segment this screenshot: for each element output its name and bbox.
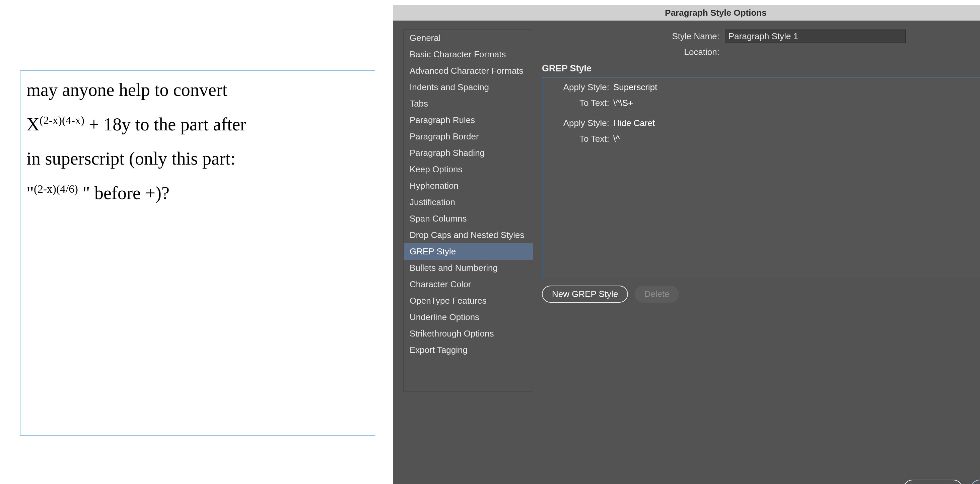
sidebar-item[interactable]: Advanced Character Formats — [404, 63, 533, 79]
sidebar-item[interactable]: Strikethrough Options — [404, 326, 533, 342]
sidebar-item[interactable]: General — [404, 30, 533, 46]
dialog-titlebar: Paragraph Style Options — [393, 5, 980, 21]
sidebar-item[interactable]: Tabs — [404, 96, 533, 112]
cancel-button[interactable]: Cancel — [903, 480, 963, 484]
location-row: Location: — [542, 47, 980, 58]
doc-line: X(2-x)(4-x) + 18y to the part after — [27, 107, 369, 142]
style-name-input[interactable] — [725, 29, 906, 43]
grep-rule[interactable]: Apply Style:Hide CaretTo Text:\^ — [542, 113, 980, 149]
to-text-value[interactable]: \^\S+ — [613, 98, 633, 108]
to-text-label: To Text: — [542, 98, 609, 108]
doc-line: in superscript (only this part: — [27, 141, 369, 176]
sidebar-item[interactable]: Paragraph Border — [404, 128, 533, 145]
ok-button[interactable]: OK — [970, 480, 980, 484]
doc-line: may anyone help to convert — [27, 73, 369, 107]
dialog-right-panel: Style Name: Location: GREP Style Apply S… — [533, 21, 980, 303]
apply-style-value[interactable]: Hide Caret — [613, 118, 655, 128]
delete-grep-style-button: Delete — [635, 286, 679, 303]
apply-style-label: Apply Style: — [542, 118, 609, 128]
style-name-label: Style Name: — [542, 31, 719, 42]
document-text-frame[interactable]: may anyone help to convert X(2-x)(4-x) +… — [20, 70, 375, 436]
sidebar-item[interactable]: Basic Character Formats — [404, 46, 533, 63]
new-grep-style-button[interactable]: New GREP Style — [542, 286, 628, 303]
doc-line: "(2-x)(4/6) " before +)? — [27, 176, 369, 211]
sidebar-item[interactable]: Hyphenation — [404, 178, 533, 194]
dialog-title: Paragraph Style Options — [665, 8, 766, 18]
grep-style-heading: GREP Style — [542, 63, 980, 74]
sidebar-item[interactable]: Span Columns — [404, 211, 533, 227]
paragraph-style-options-dialog: Paragraph Style Options GeneralBasic Cha… — [393, 5, 980, 484]
sidebar-item[interactable]: Underline Options — [404, 309, 533, 326]
grep-rule[interactable]: Apply Style:SuperscriptTo Text:\^\S+ — [542, 77, 980, 113]
sidebar-item[interactable]: GREP Style — [404, 243, 533, 260]
dialog-footer: ✓ Preview Cancel OK — [403, 480, 980, 484]
sidebar-item[interactable]: Drop Caps and Nested Styles — [404, 227, 533, 243]
apply-style-label: Apply Style: — [542, 82, 609, 93]
sidebar-item[interactable]: Keep Options — [404, 161, 533, 178]
options-sidebar: GeneralBasic Character FormatsAdvanced C… — [403, 29, 533, 391]
sidebar-item[interactable]: Bullets and Numbering — [404, 260, 533, 276]
apply-style-value[interactable]: Superscript — [613, 82, 657, 93]
sidebar-item[interactable]: OpenType Features — [404, 292, 533, 309]
sidebar-item[interactable]: Paragraph Rules — [404, 112, 533, 128]
sidebar-item[interactable]: Justification — [404, 194, 533, 211]
grep-actions-row: New GREP Style Delete ▲ ▼ — [542, 286, 980, 303]
sidebar-item[interactable]: Indents and Spacing — [404, 79, 533, 96]
grep-style-list[interactable]: Apply Style:SuperscriptTo Text:\^\S+Appl… — [542, 77, 980, 278]
sidebar-item[interactable]: Paragraph Shading — [404, 145, 533, 161]
sidebar-item[interactable]: Export Tagging — [404, 342, 533, 358]
to-text-label: To Text: — [542, 134, 609, 144]
sidebar-item[interactable]: Character Color — [404, 276, 533, 292]
style-name-row: Style Name: — [542, 29, 980, 43]
to-text-value[interactable]: \^ — [613, 134, 620, 144]
location-label: Location: — [542, 47, 719, 58]
